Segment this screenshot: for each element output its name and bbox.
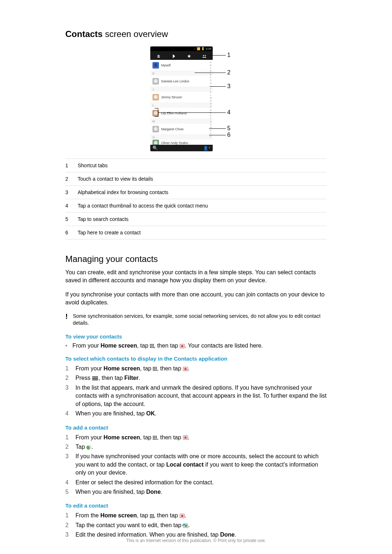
contact-row: Oliver Andy Szabo: [150, 140, 213, 145]
contacts-app-icon: [180, 514, 185, 518]
para-intro-2: If you synchronise your contacts with mo…: [65, 291, 327, 307]
tab-favorites-icon: [181, 53, 197, 60]
apps-grid-icon: [150, 344, 154, 348]
add-step: 4 Enter or select the desired informatio…: [65, 479, 327, 487]
view-step: • From your Home screen, tap , then tap …: [65, 342, 327, 349]
alpha-index: ABCDEFGHIJKLMNOPQRSTUVWXYZ: [210, 60, 212, 139]
legend-row: 3Alphabetical index for browsing contact…: [65, 185, 327, 199]
footer-copyright: This is an Internet version of this publ…: [0, 538, 392, 543]
contacts-app-icon: [183, 367, 188, 371]
avatar: [152, 94, 159, 100]
subhead-select: To select which contacts to display in t…: [65, 356, 327, 362]
exclamation-icon: !: [65, 313, 68, 327]
select-step: 3 In the list that appears, mark and unm…: [65, 384, 327, 408]
section-l: L: [150, 103, 213, 108]
contact-name: Oliver Andy Szabo: [161, 141, 188, 145]
avatar: [152, 140, 159, 145]
section-m: M: [150, 119, 213, 124]
legend-row: 4Tap a contact thumbnail to access the q…: [65, 199, 327, 212]
add-contact-icon: [86, 445, 91, 450]
tab-recent-icon: [166, 53, 181, 60]
contact-name: Daniela Lee Lindon: [161, 79, 189, 83]
select-step: 1 From your Home screen, tap , then tap …: [65, 365, 327, 373]
contacts-overview-heading: Contacts screen overview: [65, 29, 327, 39]
subhead-view: To view your contacts: [65, 333, 327, 340]
legend-row: 1Shortcut tabs: [65, 159, 327, 172]
important-note: ! Some synchronisation services, for exa…: [65, 313, 327, 327]
section-j: J: [150, 87, 213, 92]
subhead-add: To add a contact: [65, 424, 327, 431]
tab-groups-icon: [197, 53, 212, 60]
search-icon: 🔍: [152, 145, 158, 151]
callout-2: 2: [227, 69, 230, 76]
apps-grid-icon: [153, 367, 157, 371]
add-step: 1 From your Home screen, tap , then tap …: [65, 434, 327, 442]
managing-contacts-heading: Managing your contacts: [65, 254, 327, 264]
edit-step: 2 Tap the contact you want to edit, then…: [65, 521, 327, 529]
avatar-myself: [152, 62, 159, 69]
section-o: O: [150, 135, 213, 140]
legend-table: 1Shortcut tabs 2Touch a contact to view …: [65, 159, 327, 239]
contact-name: Margaret Chow: [161, 127, 184, 131]
callout-4: 4: [227, 109, 230, 116]
legend-row: 5Tap to search contacts: [65, 212, 327, 226]
apps-grid-icon: [150, 514, 154, 518]
edit-step: 1 From the Home screen, tap , then tap .: [65, 512, 327, 520]
add-step: 5 When you are finished, tap Done.: [65, 488, 327, 496]
note-text: Some synchronisation services, for examp…: [73, 313, 327, 327]
bullet-icon: •: [65, 342, 68, 349]
phone-status-bar: ⟋ 📶 🔋 3:39: [150, 46, 213, 51]
callout-6: 6: [227, 132, 230, 138]
contacts-app-icon: [180, 344, 185, 348]
select-step: 4 When you are finished, tap OK.: [65, 410, 327, 418]
contacts-app-icon: [183, 435, 188, 440]
phone-illustration: ⟋ 📶 🔋 3:39 Myself D Daniela Lee Li: [65, 46, 327, 151]
avatar: [152, 126, 159, 132]
heading-rest: screen overview: [103, 29, 168, 39]
para-intro-1: You can create, edit and synchronise you…: [65, 268, 327, 285]
add-step: 3 If you have synchronised your contacts…: [65, 452, 327, 477]
contact-name: Jimmy Stroom: [161, 95, 182, 99]
avatar: [152, 78, 159, 85]
phone-shortcut-tabs: [150, 51, 213, 60]
select-step: 2 Press , then tap Filter.: [65, 374, 327, 382]
apps-grid-icon: [153, 436, 157, 440]
callout-5: 5: [227, 125, 230, 132]
myself-label: Myself: [161, 63, 171, 67]
contact-myself-row: Myself: [150, 60, 213, 71]
tab-contacts-icon: [151, 53, 166, 60]
legend-row: 2Touch a contact to view its details: [65, 172, 327, 185]
menu-button-icon: [92, 374, 98, 382]
callout-1: 1: [227, 52, 230, 58]
legend-row: 6Tap here to create a contact: [65, 226, 327, 239]
subhead-edit: To edit a contact: [65, 502, 327, 509]
edit-contact-icon: [183, 524, 188, 528]
add-step: 2 Tap .: [65, 443, 327, 451]
section-d: D: [150, 71, 213, 76]
svg-point-0: [203, 55, 204, 56]
contact-row: Jimmy Stroom: [150, 92, 213, 103]
svg-point-1: [205, 55, 206, 56]
heading-bold: Contacts: [65, 29, 103, 39]
contact-name: Lily Ellen Ackland: [161, 111, 187, 115]
add-contact-icon: 👤⁺: [203, 146, 211, 151]
callout-3: 3: [227, 83, 230, 90]
contact-row: Margaret Chow: [150, 124, 213, 135]
contact-row: Lily Ellen Ackland: [150, 108, 213, 119]
contact-row: Daniela Lee Lindon: [150, 76, 213, 87]
